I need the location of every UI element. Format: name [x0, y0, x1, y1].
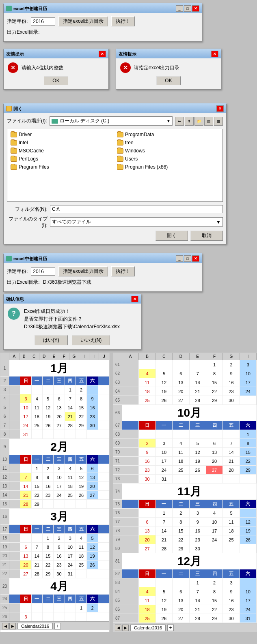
minimize-button[interactable]: _ — [176, 5, 183, 12]
dialog2-ok-button[interactable]: OK — [156, 76, 181, 85]
row-num-3: 3 — [0, 385, 9, 394]
tb-view-button2[interactable]: ▦ — [214, 117, 223, 126]
no-button[interactable]: いいえ(N) — [72, 335, 110, 345]
excel-dir-button[interactable]: 指定excel出力目录 — [58, 16, 108, 26]
mar-title-row: 16 3月 — [0, 509, 109, 525]
excel-dir-button2[interactable]: 指定excel出力目录 — [58, 266, 108, 276]
file-item[interactable]: PerfLogs — [9, 155, 114, 163]
run-button2[interactable]: 执行！ — [111, 266, 135, 276]
year-label: 指定年份: — [7, 18, 28, 25]
confirm-line1: Excel作成日历成功！ — [24, 308, 120, 315]
mar-week3: 20 13 14 15 16 17 18 19 — [0, 552, 109, 561]
dialog2-close-button[interactable]: ✕ — [211, 51, 218, 57]
nov-title: 11月 — [122, 484, 257, 499]
row-num-19: 19 — [0, 543, 9, 551]
oct-week5-right: 72 23 24 25 26 27 28 29 — [113, 466, 257, 475]
file-item[interactable]: Windows — [115, 147, 221, 154]
maximize-button[interactable]: □ — [184, 5, 191, 12]
jan-week6: 8 31 — [0, 430, 109, 439]
confirm-dialog-title: 确认信息 — [6, 296, 24, 302]
output-value2: D:\360极速浏览器下载 — [43, 279, 91, 286]
file-item-name: Program Files (x86) — [125, 164, 168, 170]
file-item[interactable]: Driver — [9, 131, 114, 138]
jan-hdr-tue: 二 — [43, 377, 54, 385]
file-item[interactable]: MSOCache — [9, 147, 114, 154]
file-item[interactable]: Users — [115, 155, 221, 163]
open-button[interactable]: 開く — [155, 231, 188, 241]
run-button[interactable]: 执行！ — [111, 16, 135, 26]
row-num-23: 23 — [0, 578, 9, 594]
cancel-button[interactable]: 取消 — [190, 231, 223, 241]
year-form-row: 指定年份: 指定excel出力目录 执行！ — [7, 16, 199, 26]
dialog1-close-button[interactable]: ✕ — [99, 51, 106, 57]
col-F: F — [59, 353, 69, 360]
nav-prev-left[interactable]: ◀ — [2, 623, 9, 629]
maximize-button2[interactable]: □ — [184, 255, 191, 262]
mar-week2: 19 6 7 8 9 10 11 12 — [0, 543, 109, 552]
year-input2[interactable] — [31, 267, 55, 276]
oct-header-row: 67 日 一 二 三 四 五 六 — [113, 421, 257, 430]
year-input[interactable] — [31, 17, 55, 26]
jan-hdr-x1 — [98, 377, 109, 385]
tb-back-button[interactable]: ⬅ — [175, 117, 184, 126]
nav-prev-right[interactable]: ◀ — [115, 625, 121, 631]
folder-icon-sm — [6, 106, 12, 111]
nov-header-row: 75 日 一 二 三 四 五 六 — [113, 500, 257, 509]
row-num-1: 1 — [0, 360, 9, 376]
r-col-H: H — [240, 353, 257, 360]
folder-name-input[interactable] — [50, 205, 223, 213]
nav-next-right[interactable]: ▶ — [122, 625, 129, 631]
file-item[interactable]: Program Files (x86) — [115, 163, 221, 171]
nav-next-left[interactable]: ▶ — [9, 623, 16, 629]
file-item[interactable]: Intel — [9, 139, 114, 146]
row-num-20: 20 — [0, 552, 9, 560]
add-sheet-btn-right[interactable]: + — [167, 625, 174, 631]
row-num-25: 25 — [0, 603, 9, 612]
dialog1-title: 友情提示 — [6, 51, 24, 57]
dialog1-ok-button[interactable]: OK — [44, 76, 68, 85]
dec-header-row: 82 日 一 二 三 四 五 六 — [113, 569, 257, 578]
close-button[interactable]: ✕ — [192, 5, 199, 12]
apr-header-row: 24 日 一 二 三 四 五 六 — [0, 595, 109, 603]
year-form-row2: 指定年份: 指定excel出力目录 执行！ — [7, 266, 199, 276]
jan-hdr-mon: 一 — [32, 377, 43, 385]
sheet-tab-left[interactable]: Calendar2016 — [17, 623, 53, 629]
dialog2-titlebar: 友情提示 ✕ — [116, 49, 221, 58]
jan-hdr-wed: 三 — [54, 377, 65, 385]
row-num-16: 16 — [0, 509, 9, 524]
tb-view-button1[interactable]: ▤ — [204, 117, 213, 126]
row-num-5: 5 — [0, 403, 9, 412]
jan-week5: 7 24 25 26 27 28 29 30 — [0, 421, 109, 430]
row-num-21: 21 — [0, 561, 9, 569]
file-grid: DriverProgramDataInteltreeMSOCacheWindow… — [9, 131, 221, 171]
folder-icon — [117, 132, 123, 137]
file-item[interactable]: tree — [115, 139, 221, 146]
r-row-num-85: 85 — [113, 596, 122, 605]
calendar-spacer — [110, 353, 113, 632]
dialog1-body: ✕ 请输入4位以内整数 OK — [4, 58, 108, 89]
col-J: J — [99, 353, 109, 360]
confirm-close-button[interactable]: ✕ — [131, 296, 138, 302]
r-row-num-83: 83 — [113, 578, 122, 587]
r-row-num-73: 73 — [113, 475, 122, 483]
tb-up-button[interactable]: ⬆ — [185, 117, 194, 126]
r-row-num-84: 84 — [113, 587, 122, 596]
nov-title-row: 74 11月 — [113, 484, 257, 500]
r-row-num-63: 63 — [113, 378, 122, 387]
r-row-num-87: 87 — [113, 614, 122, 623]
add-sheet-btn-left[interactable]: + — [54, 623, 61, 629]
tb-new-folder-button[interactable]: 📁 — [194, 117, 203, 126]
file-type-select[interactable]: すべてのファイル ▼ — [50, 217, 223, 227]
calendar-right-pane: A B C D E F G H 61 1 2 3 62 4 5 6 7 — [113, 353, 257, 632]
minimize-button2[interactable]: _ — [176, 255, 183, 262]
sheet-tab-right[interactable]: Calendar2016 — [130, 625, 166, 631]
apr-week2: 26 3 — [0, 612, 109, 621]
oct-title-row: 66 10月 — [113, 405, 257, 421]
mar-week5: 22 27 28 29 30 31 — [0, 569, 109, 578]
open-dialog-close-button[interactable]: ✕ — [216, 105, 224, 112]
location-select[interactable]: ローカル ディスク (C:) ▼ — [50, 116, 173, 126]
file-item[interactable]: Program Files — [9, 163, 114, 171]
yes-button[interactable]: はい(Y) — [35, 335, 68, 345]
close-button2[interactable]: ✕ — [192, 255, 199, 262]
file-item[interactable]: ProgramData — [115, 131, 221, 138]
